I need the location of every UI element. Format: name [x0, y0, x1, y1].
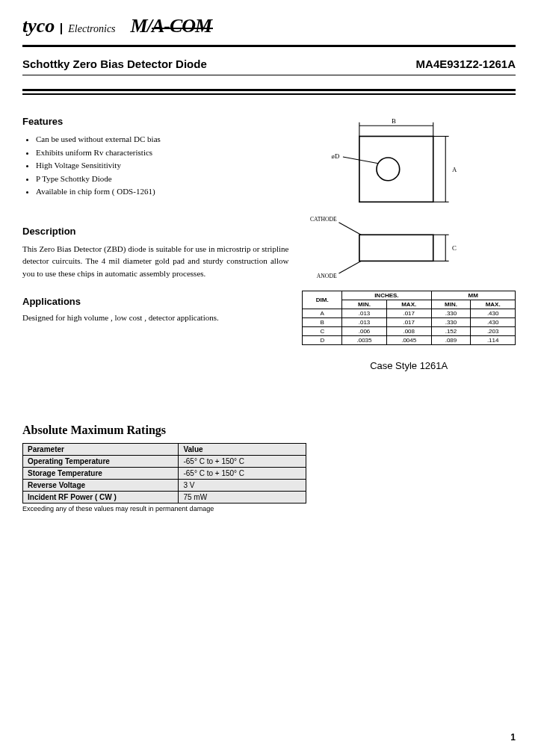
table-row: DIM. INCHES. MM	[303, 291, 516, 300]
min-header: MIN.	[431, 300, 471, 309]
product-type: Schottky Zero Bias Detector Diode	[22, 58, 207, 70]
table-row: B .013 .017 .330 .430	[303, 317, 516, 326]
table-row: Parameter Value	[23, 443, 306, 455]
macom-pre: M/	[131, 15, 152, 37]
table-row: Incident RF Power ( CW ) 75 mW	[23, 491, 306, 503]
divider	[22, 75, 516, 75]
macom-post: A-COM	[152, 15, 211, 37]
svg-line-11	[339, 261, 362, 273]
title-row: Schottky Zero Bias Detector Diode MA4E93…	[22, 52, 516, 73]
ratings-note: Exceeding any of these values may result…	[22, 505, 516, 512]
dim-c-label: C	[452, 244, 457, 252]
description-text: This Zero Bias Detector (ZBD) diode is s…	[22, 243, 288, 280]
svg-rect-0	[359, 136, 433, 202]
content-columns: Features Can be used without external DC…	[22, 116, 516, 371]
right-column: B A øD CATHODE ANODE C DIM.	[302, 116, 516, 371]
svg-rect-9	[359, 235, 433, 261]
amr-heading: Absolute Maximum Ratings	[22, 424, 516, 437]
tyco-subtext: Electronics	[61, 23, 115, 34]
package-diagram: B A øD CATHODE ANODE C	[302, 116, 516, 280]
table-row: Storage Temperature -65° C to + 150° C	[23, 467, 306, 479]
mm-header: MM	[431, 291, 515, 300]
features-list: Can be used without external DC bias Exh…	[22, 133, 288, 199]
table-row: D .0035 .0045 .089 .114	[303, 335, 516, 344]
feature-item: Can be used without external DC bias	[36, 133, 288, 146]
table-row: A .013 .017 .330 .430	[303, 309, 516, 317]
dim-d-label: øD	[332, 152, 340, 160]
description-heading: Description	[22, 226, 288, 237]
tyco-text: tyco	[22, 15, 55, 37]
svg-line-10	[339, 223, 362, 235]
max-header: MAX.	[386, 300, 431, 309]
svg-line-8	[343, 157, 378, 164]
features-heading: Features	[22, 116, 288, 127]
macom-logo: M/A-COM	[131, 15, 212, 37]
param-header: Parameter	[23, 443, 179, 455]
dimension-table: DIM. INCHES. MM MIN. MAX. MIN. MAX. A .0…	[302, 291, 516, 345]
applications-heading: Applications	[22, 296, 288, 307]
page-number: 1	[510, 732, 516, 743]
min-header: MIN.	[342, 300, 387, 309]
dim-b-label: B	[392, 117, 396, 125]
divider	[22, 45, 516, 47]
part-number: MA4E931Z2-1261A	[416, 58, 516, 70]
svg-point-1	[377, 158, 400, 181]
max-header: MAX.	[471, 300, 516, 309]
dim-a-label: A	[452, 166, 457, 173]
feature-item: Available in chip form ( ODS-1261)	[36, 185, 288, 199]
tyco-logo: tyco Electronics	[22, 15, 116, 37]
ratings-table: Parameter Value Operating Temperature -6…	[22, 443, 306, 504]
applications-text: Designed for high volume , low cost , de…	[22, 313, 288, 322]
header-logos: tyco Electronics M/A-COM	[22, 15, 516, 37]
left-column: Features Can be used without external DC…	[22, 116, 288, 371]
value-header: Value	[179, 443, 306, 455]
table-row: Reverse Voltage 3 V	[23, 479, 306, 491]
cathode-label: CATHODE	[310, 216, 337, 223]
case-style-label: Case Style 1261A	[302, 360, 516, 371]
inches-header: INCHES.	[342, 291, 431, 300]
table-row: C .006 .008 .152 .203	[303, 326, 516, 335]
feature-item: Exhibits uniform Rv characteristics	[36, 146, 288, 160]
feature-item: High Voltage Sensititivity	[36, 159, 288, 173]
divider	[22, 89, 516, 91]
anode-label: ANODE	[317, 273, 337, 279]
table-row: Operating Temperature -65° C to + 150° C	[23, 455, 306, 467]
divider	[22, 93, 516, 95]
feature-item: P Type Schottky Diode	[36, 173, 288, 186]
dim-header: DIM.	[303, 291, 342, 309]
